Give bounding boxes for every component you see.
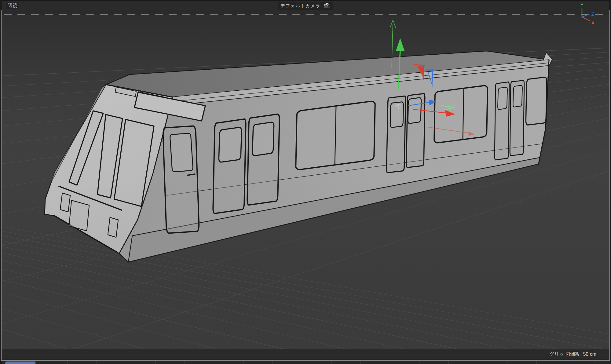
- door-window: [513, 85, 522, 107]
- train-model[interactable]: [45, 51, 552, 262]
- door-window: [170, 133, 193, 172]
- camera-label-text: デフォルトカメラ: [280, 3, 320, 9]
- camera-icon: [323, 2, 331, 9]
- grid-line: [2, 90, 43, 360]
- axis-z-label: Z: [591, 12, 594, 16]
- nose-lower-window: [60, 193, 70, 212]
- axis-orientation-widget[interactable]: Y Z X: [568, 1, 598, 27]
- door-window: [252, 122, 274, 156]
- camera-label[interactable]: デフォルトカメラ: [278, 2, 333, 10]
- axis-x-line: [582, 17, 590, 21]
- axis-y-label: Y: [580, 2, 584, 7]
- train-side-window: [526, 77, 547, 125]
- train-side-window: [434, 85, 488, 143]
- 3d-scene-area[interactable]: [2, 0, 609, 360]
- axis-x-label: X: [591, 20, 595, 25]
- door-window: [408, 97, 421, 124]
- 3d-viewport[interactable]: [2, 0, 609, 360]
- safe-area-tint: [2, 10, 609, 15]
- axis-z-line: [582, 14, 590, 17]
- door-window: [498, 87, 507, 110]
- status-bar: グリッド間隔 : 50 cm: [2, 349, 609, 360]
- timeline-range-slider[interactable]: [5, 362, 35, 364]
- grid-spacing-label: グリッド間隔 : 50 cm: [549, 351, 596, 358]
- viewport-titlebar: 透視 デフォルトカメラ: [2, 0, 609, 10]
- door-window: [219, 127, 242, 162]
- nose-lower-window: [108, 217, 118, 237]
- nose-lower-panel: [69, 200, 89, 231]
- timeline-strip[interactable]: [2, 361, 609, 364]
- view-mode-label[interactable]: 透視: [6, 2, 19, 9]
- viewport-frame: 透視 デフォルトカメラ Y Z X グリッド間隔 : 50 cm: [0, 0, 611, 364]
